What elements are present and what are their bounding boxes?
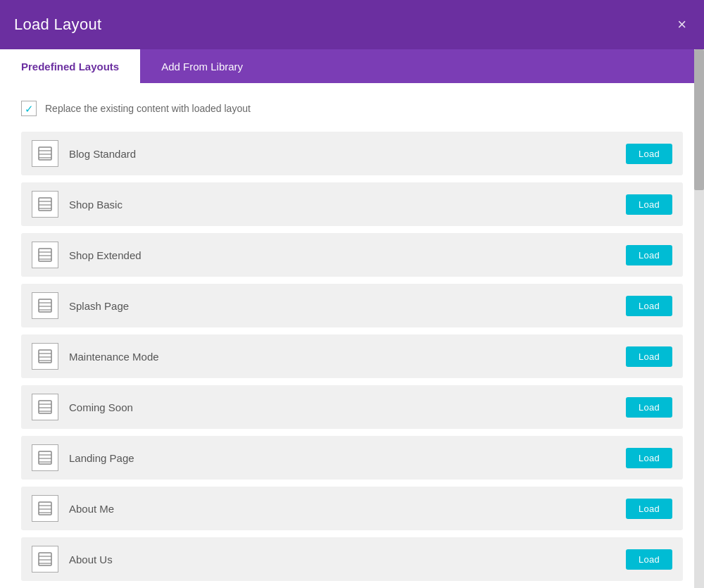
list-item: About Us Load — [21, 537, 683, 581]
list-item: Shop Basic Load — [21, 182, 683, 226]
list-item: About Me Load — [21, 487, 683, 530]
layout-page-icon — [37, 298, 53, 313]
modal-title: Load Layout — [14, 15, 101, 34]
load-button[interactable]: Load — [626, 144, 672, 164]
layout-icon — [32, 394, 58, 420]
modal-close-button[interactable]: × — [674, 13, 690, 36]
load-button[interactable]: Load — [626, 346, 672, 367]
replace-content-row: ✓ Replace the existing content with load… — [21, 101, 683, 116]
modal-header: Load Layout × — [0, 0, 704, 49]
layout-icon — [32, 140, 58, 167]
list-item: Splash Page Load — [21, 284, 683, 327]
layout-icon — [32, 292, 58, 319]
layout-name: Maintenance Mode — [69, 351, 615, 363]
layout-name: Blog Standard — [69, 148, 615, 160]
load-button[interactable]: Load — [626, 194, 672, 215]
layout-list: Blog Standard Load Shop Basic Load — [21, 132, 683, 581]
tab-add-from-library[interactable]: Add From Library — [140, 49, 264, 83]
list-item: Maintenance Mode Load — [21, 334, 683, 378]
layout-name: About Us — [69, 553, 615, 565]
load-button[interactable]: Load — [626, 296, 672, 316]
layout-icon — [32, 343, 58, 370]
layout-name: About Me — [69, 503, 615, 515]
load-button[interactable]: Load — [626, 397, 672, 418]
load-button[interactable]: Load — [626, 549, 672, 570]
layout-name: Splash Page — [69, 300, 615, 312]
load-button[interactable]: Load — [626, 245, 672, 265]
layout-page-icon — [37, 196, 53, 212]
layout-icon — [32, 546, 58, 573]
list-item: Shop Extended Load — [21, 233, 683, 277]
layout-name: Landing Page — [69, 452, 615, 464]
layout-page-icon — [37, 349, 53, 364]
tab-bar: Predefined Layouts Add From Library — [0, 49, 704, 83]
list-item: Blog Standard Load — [21, 132, 683, 175]
layout-page-icon — [37, 247, 53, 263]
layout-icon — [32, 242, 58, 268]
layout-page-icon — [37, 450, 53, 465]
layout-name: Coming Soon — [69, 401, 615, 413]
layout-page-icon — [37, 146, 53, 161]
scrollbar-thumb[interactable] — [694, 49, 704, 190]
checkmark-icon: ✓ — [25, 104, 34, 114]
load-button[interactable]: Load — [626, 448, 672, 468]
layout-icon — [32, 444, 58, 471]
modal-body: ✓ Replace the existing content with load… — [0, 83, 704, 588]
load-layout-modal: Load Layout × Predefined Layouts Add Fro… — [0, 0, 704, 588]
layout-page-icon — [37, 501, 53, 516]
layout-page-icon — [37, 551, 53, 567]
scrollbar-track[interactable] — [694, 49, 704, 588]
layout-name: Shop Basic — [69, 199, 615, 211]
layout-name: Shop Extended — [69, 249, 615, 261]
tab-predefined-layouts[interactable]: Predefined Layouts — [0, 49, 140, 83]
replace-content-label: Replace the existing content with loaded… — [45, 103, 251, 114]
layout-page-icon — [37, 399, 53, 415]
list-item: Landing Page Load — [21, 436, 683, 480]
load-button[interactable]: Load — [626, 499, 672, 519]
list-item: Coming Soon Load — [21, 385, 683, 429]
layout-icon — [32, 191, 58, 218]
layout-icon — [32, 495, 58, 522]
replace-content-checkbox[interactable]: ✓ — [21, 101, 37, 116]
